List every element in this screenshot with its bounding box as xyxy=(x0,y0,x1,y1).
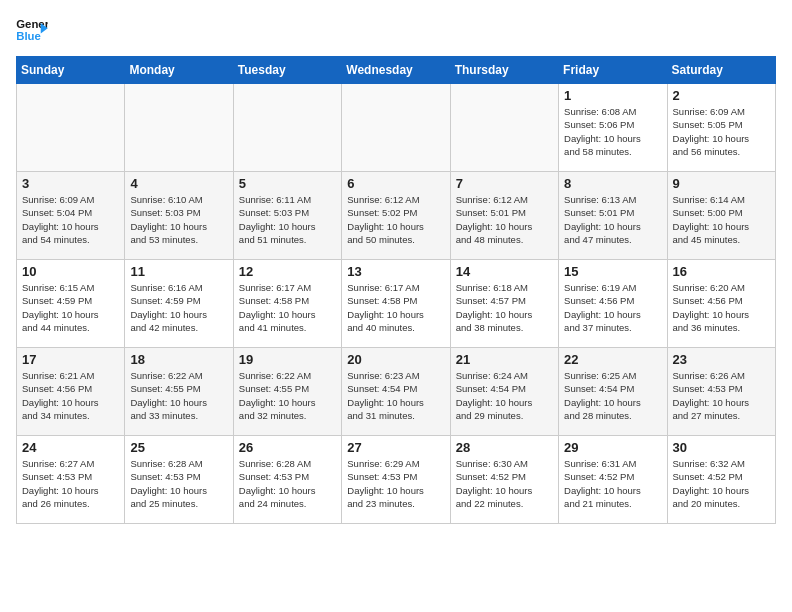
day-info: Sunrise: 6:14 AM Sunset: 5:00 PM Dayligh… xyxy=(673,193,770,246)
header-row: SundayMondayTuesdayWednesdayThursdayFrid… xyxy=(17,57,776,84)
day-info: Sunrise: 6:28 AM Sunset: 4:53 PM Dayligh… xyxy=(130,457,227,510)
day-cell: 13Sunrise: 6:17 AM Sunset: 4:58 PM Dayli… xyxy=(342,260,450,348)
week-row: 10Sunrise: 6:15 AM Sunset: 4:59 PM Dayli… xyxy=(17,260,776,348)
day-cell: 7Sunrise: 6:12 AM Sunset: 5:01 PM Daylig… xyxy=(450,172,558,260)
day-info: Sunrise: 6:09 AM Sunset: 5:05 PM Dayligh… xyxy=(673,105,770,158)
day-info: Sunrise: 6:17 AM Sunset: 4:58 PM Dayligh… xyxy=(347,281,444,334)
day-info: Sunrise: 6:30 AM Sunset: 4:52 PM Dayligh… xyxy=(456,457,553,510)
day-info: Sunrise: 6:19 AM Sunset: 4:56 PM Dayligh… xyxy=(564,281,661,334)
day-info: Sunrise: 6:22 AM Sunset: 4:55 PM Dayligh… xyxy=(239,369,336,422)
day-cell: 1Sunrise: 6:08 AM Sunset: 5:06 PM Daylig… xyxy=(559,84,667,172)
day-number: 17 xyxy=(22,352,119,367)
day-number: 14 xyxy=(456,264,553,279)
day-number: 22 xyxy=(564,352,661,367)
col-header-wednesday: Wednesday xyxy=(342,57,450,84)
week-row: 24Sunrise: 6:27 AM Sunset: 4:53 PM Dayli… xyxy=(17,436,776,524)
day-info: Sunrise: 6:08 AM Sunset: 5:06 PM Dayligh… xyxy=(564,105,661,158)
day-info: Sunrise: 6:24 AM Sunset: 4:54 PM Dayligh… xyxy=(456,369,553,422)
day-info: Sunrise: 6:17 AM Sunset: 4:58 PM Dayligh… xyxy=(239,281,336,334)
page-header: General Blue xyxy=(16,16,776,44)
day-cell: 16Sunrise: 6:20 AM Sunset: 4:56 PM Dayli… xyxy=(667,260,775,348)
day-cell xyxy=(450,84,558,172)
day-cell: 6Sunrise: 6:12 AM Sunset: 5:02 PM Daylig… xyxy=(342,172,450,260)
day-cell: 23Sunrise: 6:26 AM Sunset: 4:53 PM Dayli… xyxy=(667,348,775,436)
day-info: Sunrise: 6:15 AM Sunset: 4:59 PM Dayligh… xyxy=(22,281,119,334)
day-number: 30 xyxy=(673,440,770,455)
day-cell: 8Sunrise: 6:13 AM Sunset: 5:01 PM Daylig… xyxy=(559,172,667,260)
day-cell xyxy=(342,84,450,172)
col-header-sunday: Sunday xyxy=(17,57,125,84)
week-row: 17Sunrise: 6:21 AM Sunset: 4:56 PM Dayli… xyxy=(17,348,776,436)
day-number: 9 xyxy=(673,176,770,191)
day-number: 26 xyxy=(239,440,336,455)
day-number: 29 xyxy=(564,440,661,455)
day-info: Sunrise: 6:18 AM Sunset: 4:57 PM Dayligh… xyxy=(456,281,553,334)
day-number: 28 xyxy=(456,440,553,455)
day-cell: 5Sunrise: 6:11 AM Sunset: 5:03 PM Daylig… xyxy=(233,172,341,260)
day-cell: 26Sunrise: 6:28 AM Sunset: 4:53 PM Dayli… xyxy=(233,436,341,524)
day-cell: 11Sunrise: 6:16 AM Sunset: 4:59 PM Dayli… xyxy=(125,260,233,348)
day-info: Sunrise: 6:20 AM Sunset: 4:56 PM Dayligh… xyxy=(673,281,770,334)
day-cell: 18Sunrise: 6:22 AM Sunset: 4:55 PM Dayli… xyxy=(125,348,233,436)
svg-text:Blue: Blue xyxy=(16,30,41,42)
day-cell: 21Sunrise: 6:24 AM Sunset: 4:54 PM Dayli… xyxy=(450,348,558,436)
day-cell xyxy=(233,84,341,172)
day-cell: 9Sunrise: 6:14 AM Sunset: 5:00 PM Daylig… xyxy=(667,172,775,260)
day-cell xyxy=(17,84,125,172)
day-number: 13 xyxy=(347,264,444,279)
col-header-tuesday: Tuesday xyxy=(233,57,341,84)
day-info: Sunrise: 6:12 AM Sunset: 5:02 PM Dayligh… xyxy=(347,193,444,246)
col-header-thursday: Thursday xyxy=(450,57,558,84)
day-number: 5 xyxy=(239,176,336,191)
day-number: 3 xyxy=(22,176,119,191)
day-number: 15 xyxy=(564,264,661,279)
day-info: Sunrise: 6:28 AM Sunset: 4:53 PM Dayligh… xyxy=(239,457,336,510)
week-row: 1Sunrise: 6:08 AM Sunset: 5:06 PM Daylig… xyxy=(17,84,776,172)
day-number: 24 xyxy=(22,440,119,455)
day-number: 21 xyxy=(456,352,553,367)
day-cell: 4Sunrise: 6:10 AM Sunset: 5:03 PM Daylig… xyxy=(125,172,233,260)
day-cell: 29Sunrise: 6:31 AM Sunset: 4:52 PM Dayli… xyxy=(559,436,667,524)
day-number: 27 xyxy=(347,440,444,455)
day-info: Sunrise: 6:09 AM Sunset: 5:04 PM Dayligh… xyxy=(22,193,119,246)
day-cell: 17Sunrise: 6:21 AM Sunset: 4:56 PM Dayli… xyxy=(17,348,125,436)
day-number: 19 xyxy=(239,352,336,367)
day-number: 25 xyxy=(130,440,227,455)
day-info: Sunrise: 6:23 AM Sunset: 4:54 PM Dayligh… xyxy=(347,369,444,422)
day-cell: 2Sunrise: 6:09 AM Sunset: 5:05 PM Daylig… xyxy=(667,84,775,172)
day-cell: 22Sunrise: 6:25 AM Sunset: 4:54 PM Dayli… xyxy=(559,348,667,436)
day-number: 18 xyxy=(130,352,227,367)
logo-icon: General Blue xyxy=(16,16,48,44)
day-number: 12 xyxy=(239,264,336,279)
day-number: 4 xyxy=(130,176,227,191)
day-info: Sunrise: 6:11 AM Sunset: 5:03 PM Dayligh… xyxy=(239,193,336,246)
day-info: Sunrise: 6:16 AM Sunset: 4:59 PM Dayligh… xyxy=(130,281,227,334)
col-header-friday: Friday xyxy=(559,57,667,84)
day-number: 10 xyxy=(22,264,119,279)
day-cell: 14Sunrise: 6:18 AM Sunset: 4:57 PM Dayli… xyxy=(450,260,558,348)
day-cell: 3Sunrise: 6:09 AM Sunset: 5:04 PM Daylig… xyxy=(17,172,125,260)
day-cell: 25Sunrise: 6:28 AM Sunset: 4:53 PM Dayli… xyxy=(125,436,233,524)
day-cell: 20Sunrise: 6:23 AM Sunset: 4:54 PM Dayli… xyxy=(342,348,450,436)
day-info: Sunrise: 6:13 AM Sunset: 5:01 PM Dayligh… xyxy=(564,193,661,246)
day-info: Sunrise: 6:31 AM Sunset: 4:52 PM Dayligh… xyxy=(564,457,661,510)
day-cell: 24Sunrise: 6:27 AM Sunset: 4:53 PM Dayli… xyxy=(17,436,125,524)
day-info: Sunrise: 6:27 AM Sunset: 4:53 PM Dayligh… xyxy=(22,457,119,510)
day-info: Sunrise: 6:12 AM Sunset: 5:01 PM Dayligh… xyxy=(456,193,553,246)
day-number: 1 xyxy=(564,88,661,103)
week-row: 3Sunrise: 6:09 AM Sunset: 5:04 PM Daylig… xyxy=(17,172,776,260)
day-info: Sunrise: 6:10 AM Sunset: 5:03 PM Dayligh… xyxy=(130,193,227,246)
day-number: 23 xyxy=(673,352,770,367)
day-info: Sunrise: 6:21 AM Sunset: 4:56 PM Dayligh… xyxy=(22,369,119,422)
day-cell: 15Sunrise: 6:19 AM Sunset: 4:56 PM Dayli… xyxy=(559,260,667,348)
col-header-monday: Monday xyxy=(125,57,233,84)
calendar-table: SundayMondayTuesdayWednesdayThursdayFrid… xyxy=(16,56,776,524)
day-cell: 10Sunrise: 6:15 AM Sunset: 4:59 PM Dayli… xyxy=(17,260,125,348)
day-info: Sunrise: 6:32 AM Sunset: 4:52 PM Dayligh… xyxy=(673,457,770,510)
day-number: 20 xyxy=(347,352,444,367)
day-number: 16 xyxy=(673,264,770,279)
day-cell xyxy=(125,84,233,172)
logo: General Blue xyxy=(16,16,48,44)
day-number: 6 xyxy=(347,176,444,191)
day-cell: 27Sunrise: 6:29 AM Sunset: 4:53 PM Dayli… xyxy=(342,436,450,524)
